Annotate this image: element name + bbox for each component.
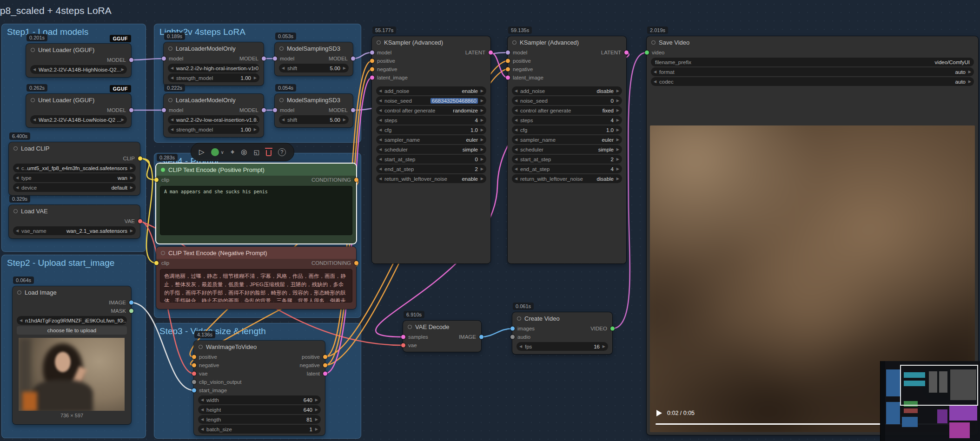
- input-dot-vae[interactable]: [401, 343, 405, 348]
- input-dot-model[interactable]: [162, 108, 166, 112]
- prev-value-icon[interactable]: [515, 106, 517, 115]
- widget-scheduler[interactable]: schedulersimple: [376, 145, 486, 154]
- input-dot-image[interactable]: [510, 327, 515, 331]
- node-model-sampling-sd3-high[interactable]: 0.053s ModelSamplingSD3 modelMODEL shift…: [275, 42, 353, 76]
- widget-length[interactable]: length81: [198, 415, 321, 424]
- next-value-icon[interactable]: [315, 425, 318, 434]
- input-dot-latent[interactable]: [506, 76, 510, 80]
- node-load-vae[interactable]: 0.329s Load VAE VAE vae_namewan_2.1_vae.…: [9, 205, 140, 238]
- output-dot-image[interactable]: [129, 301, 133, 305]
- next-value-icon[interactable]: [968, 77, 971, 86]
- prev-value-icon[interactable]: [515, 174, 517, 183]
- node-title-bar[interactable]: CLIP Text Encode (Positive Prompt): [156, 164, 356, 176]
- node-clip-text-encode-positive[interactable]: 0.283s CLIP Text Encode (Positive Prompt…: [156, 164, 356, 244]
- prev-value-icon[interactable]: [16, 226, 19, 235]
- input-dot-clip-vision[interactable]: [192, 380, 196, 384]
- input-dot-model[interactable]: [506, 51, 510, 55]
- widget-lora-name[interactable]: wan2.2-i2v-high-oral-insertion-v1.0 ...: [168, 64, 259, 72]
- widget-vae-name[interactable]: vae_namewan_2.1_vae.safetensors: [13, 226, 136, 235]
- output-dot-vae[interactable]: [138, 219, 142, 224]
- delete-icon[interactable]: [266, 150, 271, 156]
- widget-format[interactable]: formatauto: [651, 67, 974, 76]
- next-value-icon[interactable]: [121, 65, 124, 74]
- prev-value-icon[interactable]: [379, 116, 382, 125]
- prev-value-icon[interactable]: [16, 173, 19, 182]
- next-value-icon[interactable]: [968, 67, 971, 76]
- next-value-icon[interactable]: [481, 135, 483, 144]
- output-dot-latent[interactable]: [323, 372, 327, 376]
- prev-value-icon[interactable]: [16, 164, 19, 172]
- choose-file-button[interactable]: choose file to upload: [17, 326, 127, 335]
- node-title-bar[interactable]: ModelSamplingSD3: [275, 94, 353, 106]
- widget-scheduler[interactable]: schedulersimple: [512, 145, 622, 154]
- widget-image-filename[interactable]: n1hdAtTgFzog9RMNZF_iE9KOuLfwn_fO...: [17, 316, 127, 325]
- output-dot-conditioning[interactable]: [354, 178, 358, 182]
- node-title-bar[interactable]: ModelSamplingSD3: [275, 42, 353, 54]
- widget-end-at-step[interactable]: end_at_step2: [376, 165, 486, 173]
- widget-return-with-leftover-noise[interactable]: return_with_leftover_noiseenable: [376, 174, 486, 183]
- next-value-icon[interactable]: [616, 96, 619, 105]
- widget-control-after-generate[interactable]: control after generaterandomize: [376, 106, 486, 115]
- node-vae-decode[interactable]: 6.910s VAE Decode samplesIMAGE vae: [403, 321, 481, 352]
- widget-unet-name[interactable]: Wan2.2-I2V-A14B-HighNoise-Q2...: [30, 65, 127, 74]
- next-value-icon[interactable]: [616, 174, 619, 183]
- output-dot-conditioning[interactable]: [323, 363, 327, 368]
- chevron-down-icon[interactable]: [221, 150, 224, 155]
- output-dot-model[interactable]: [351, 57, 355, 61]
- widget-noise-seed[interactable]: noise_seed668343250468860: [376, 96, 486, 105]
- input-dot-conditioning[interactable]: [506, 59, 510, 63]
- output-dot-video[interactable]: [610, 327, 615, 331]
- output-dot-latent[interactable]: [489, 51, 493, 55]
- node-title-bar[interactable]: WanImageToVideo: [194, 341, 325, 353]
- node-load-clip[interactable]: 6.400s Load CLIP CLIP clipumt5_xxl_fp8_e…: [9, 142, 140, 195]
- next-value-icon[interactable]: [481, 106, 483, 115]
- input-dot-clip[interactable]: [154, 261, 159, 265]
- next-value-icon[interactable]: [130, 183, 133, 192]
- next-value-icon[interactable]: [254, 125, 257, 134]
- widget-clip-name[interactable]: clipumt5_xxl_fp8_e4m3fn_scaled.safetenso…: [13, 164, 136, 172]
- prev-value-icon[interactable]: [515, 116, 517, 125]
- prev-value-icon[interactable]: [171, 115, 173, 124]
- next-value-icon[interactable]: [603, 342, 605, 351]
- widget-codec[interactable]: codecauto: [651, 77, 974, 86]
- next-value-icon[interactable]: [315, 395, 318, 404]
- output-dot-latent[interactable]: [624, 51, 629, 55]
- next-value-icon[interactable]: [254, 64, 257, 72]
- next-value-icon[interactable]: [481, 96, 483, 105]
- next-value-icon[interactable]: [481, 165, 483, 173]
- node-ksampler-advanced-1[interactable]: 55.177s KSampler (Advanced) modelLATENT …: [372, 36, 490, 263]
- next-value-icon[interactable]: [315, 405, 318, 414]
- widget-steps[interactable]: steps4: [376, 116, 486, 125]
- node-lora-loader-low[interactable]: 0.222s LoraLoaderModelOnly modelMODEL wa…: [164, 94, 264, 137]
- input-dot-model[interactable]: [370, 51, 374, 55]
- input-dot-video[interactable]: [645, 51, 649, 55]
- help-icon[interactable]: ?: [278, 148, 286, 156]
- pin-icon[interactable]: [241, 148, 247, 156]
- prev-value-icon[interactable]: [515, 86, 517, 95]
- output-dot-mask[interactable]: [129, 309, 133, 313]
- widget-batch-size[interactable]: batch_size1: [198, 425, 321, 434]
- output-dot-model[interactable]: [262, 57, 266, 61]
- widget-end-at-step[interactable]: end_at_step4: [512, 165, 622, 173]
- next-value-icon[interactable]: [121, 115, 124, 124]
- prev-value-icon[interactable]: [33, 115, 36, 124]
- next-value-icon[interactable]: [481, 86, 483, 95]
- output-dot-model[interactable]: [351, 108, 355, 112]
- next-value-icon[interactable]: [616, 116, 619, 125]
- widget-strength-model[interactable]: strength_model1.00: [168, 73, 259, 82]
- node-wan-image-to-video[interactable]: 4.136s WanImageToVideo positivepositive …: [194, 341, 325, 435]
- widget-control-after-generate[interactable]: control after generatefixed: [512, 106, 622, 115]
- node-title-bar[interactable]: VAE Decode: [403, 321, 481, 333]
- node-title-bar[interactable]: CLIP Text Encode (Negative Prompt): [156, 247, 356, 259]
- node-title-bar[interactable]: Load Image: [13, 286, 131, 298]
- prev-value-icon[interactable]: [16, 183, 19, 192]
- input-dot-conditioning[interactable]: [370, 67, 374, 72]
- widget-sampler-name[interactable]: sampler_nameeuler: [512, 135, 622, 144]
- output-dot-model[interactable]: [129, 58, 133, 62]
- node-unet-loader-gguf-high[interactable]: 0.201s GGUF Unet Loader (GGUF) MODEL Wan…: [26, 44, 131, 77]
- prev-value-icon[interactable]: [515, 96, 517, 105]
- widget-width[interactable]: width640: [198, 395, 321, 404]
- minimap[interactable]: [880, 361, 980, 441]
- next-value-icon[interactable]: [254, 73, 257, 82]
- next-value-icon[interactable]: [481, 116, 483, 125]
